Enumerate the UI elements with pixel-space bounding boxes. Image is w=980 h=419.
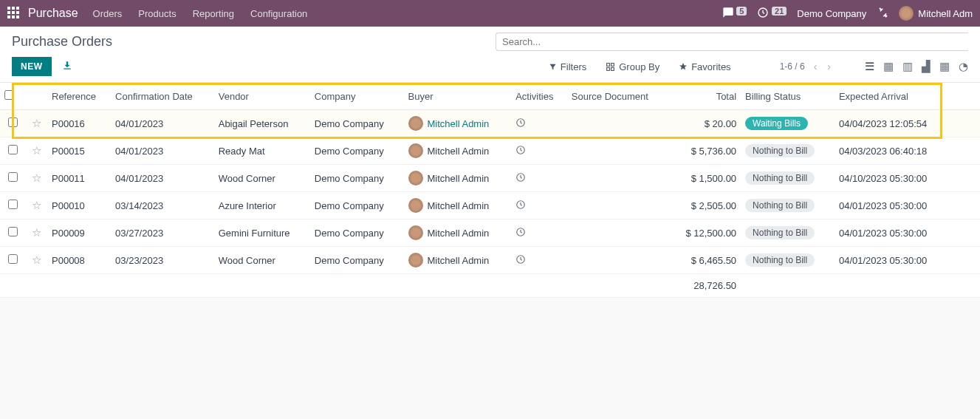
cell-source [567,165,670,192]
activities-icon[interactable]: 21 [757,7,787,21]
activities-count: 21 [772,7,787,16]
user-menu[interactable]: Mitchell Adm [899,6,973,21]
view-pivot-icon[interactable]: ▥ [902,60,913,73]
cell-activities[interactable] [511,219,567,247]
cell-vendor: Azure Interior [214,192,310,219]
company-switcher[interactable]: Demo Company [797,8,866,19]
row-checkbox[interactable] [8,117,18,127]
col-reference[interactable]: Reference [47,83,111,110]
table-row[interactable]: ☆P0000903/27/2023Gemini FurnitureDemo Co… [0,219,980,247]
cell-buyer: Mitchell Admin [404,247,512,274]
cell-total: $ 12,500.00 [670,219,741,247]
messages-icon[interactable]: 5 [722,7,747,21]
svg-rect-2 [611,63,614,66]
cell-total: $ 20.00 [670,110,741,137]
col-total[interactable]: Total [670,83,741,110]
cell-activities[interactable] [511,192,567,219]
avatar-icon [899,6,914,21]
search-input[interactable] [496,33,968,51]
col-confirmation[interactable]: Confirmation Date [111,83,214,110]
table-row[interactable]: ☆P0001104/01/2023Wood CornerDemo Company… [0,165,980,192]
svg-rect-1 [607,63,610,66]
app-brand[interactable]: Purchase [28,7,78,20]
cell-billing: Waiting Bills [741,110,835,137]
col-vendor[interactable]: Vendor [214,83,310,110]
col-billing[interactable]: Billing Status [741,83,835,110]
avatar-icon [408,116,423,131]
row-checkbox[interactable] [8,172,18,182]
cell-reference: P00010 [47,192,111,219]
cell-expected: 04/10/2023 05:30:00 [835,165,950,192]
debug-icon[interactable] [877,7,888,21]
nav-right: 5 21 Demo Company Mitchell Adm [722,6,973,21]
pager-next[interactable]: › [826,61,832,72]
download-icon[interactable] [62,61,72,73]
view-list-icon[interactable]: ☰ [865,60,874,73]
col-company[interactable]: Company [310,83,404,110]
star-icon[interactable]: ☆ [32,226,41,239]
apps-icon[interactable] [7,7,21,20]
row-checkbox[interactable] [8,200,18,209]
view-switcher: ☰ ▦ ▥ ▟ ▦ ◔ [865,60,968,73]
cell-activities[interactable] [511,247,567,274]
view-activity-icon[interactable]: ◔ [959,60,968,73]
new-button[interactable]: NEW [12,57,52,76]
cell-buyer: Mitchell Admin [404,137,512,165]
pager-text: 1-6 / 6 [780,61,805,72]
star-icon[interactable]: ☆ [32,171,41,184]
table-row[interactable]: ☆P0000803/23/2023Wood CornerDemo Company… [0,247,980,274]
billing-badge: Nothing to Bill [745,171,815,185]
cell-confirmation: 03/14/2023 [111,192,214,219]
menu-configuration[interactable]: Configuration [250,8,307,19]
cell-buyer: Mitchell Admin [404,110,512,137]
cell-company: Demo Company [310,219,404,247]
menu-products[interactable]: Products [138,8,176,19]
table-row[interactable]: ☆P0001504/01/2023Ready MatDemo CompanyMi… [0,137,980,165]
col-source[interactable]: Source Document [567,83,670,110]
view-kanban-icon[interactable]: ▦ [883,60,894,73]
view-calendar-icon[interactable]: ▦ [939,60,950,73]
filters-toggle[interactable]: Filters [549,61,586,72]
cell-source [567,110,670,137]
cell-vendor: Abigail Peterson [214,110,310,137]
menu-reporting[interactable]: Reporting [193,8,234,19]
messages-count: 5 [736,7,747,16]
cell-source [567,219,670,247]
groupby-toggle[interactable]: Group By [606,61,659,72]
cell-source [567,247,670,274]
cell-source [567,192,670,219]
menu-orders[interactable]: Orders [93,8,123,19]
col-buyer[interactable]: Buyer [404,83,512,110]
cell-activities[interactable] [511,165,567,192]
cell-activities[interactable] [511,137,567,165]
row-checkbox[interactable] [8,145,18,154]
avatar-icon [408,143,423,158]
control-bar: Purchase Orders NEW Filters Group By Fav… [0,27,980,83]
cell-vendor: Wood Corner [214,247,310,274]
star-icon[interactable]: ☆ [32,199,41,211]
col-expected[interactable]: Expected Arrival [835,83,950,110]
col-activities[interactable]: Activities [511,83,567,110]
cell-reference: P00009 [47,219,111,247]
row-checkbox[interactable] [8,227,18,236]
clock-icon [515,146,526,157]
view-graph-icon[interactable]: ▟ [922,60,931,73]
row-checkbox[interactable] [8,254,18,264]
cell-source [567,137,670,165]
favorites-toggle[interactable]: Favorites [679,61,730,72]
table-row[interactable]: ☆P0001003/14/2023Azure InteriorDemo Comp… [0,192,980,219]
cell-expected: 04/03/2023 06:40:18 [835,137,950,165]
cell-billing: Nothing to Bill [741,192,835,219]
cell-reference: P00015 [47,137,111,165]
star-icon[interactable]: ☆ [32,117,41,129]
cell-activities[interactable] [511,110,567,137]
table-row[interactable]: ☆P0001604/01/2023Abigail PetersonDemo Co… [0,110,980,137]
cell-billing: Nothing to Bill [741,165,835,192]
cell-expected: 04/01/2023 05:30:00 [835,247,950,274]
select-all-checkbox[interactable] [4,90,14,100]
cell-buyer: Mitchell Admin [404,219,512,247]
star-icon[interactable]: ☆ [32,253,41,266]
cell-expected: 04/04/2023 12:05:54 [835,110,950,137]
star-icon[interactable]: ☆ [32,144,41,157]
pager-prev[interactable]: ‹ [812,61,819,72]
